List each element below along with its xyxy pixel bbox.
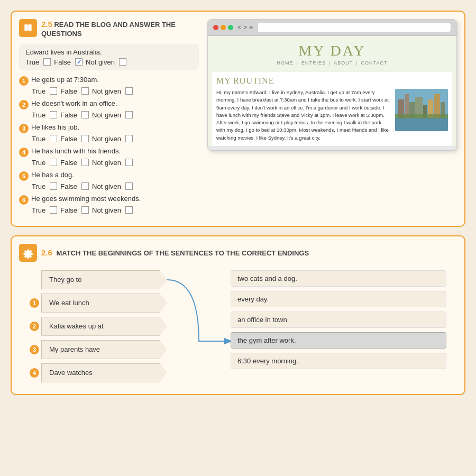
blog-nav-about[interactable]: ABOUT [334,60,353,66]
q2-checkbox-row: True False Not given [19,111,199,119]
matching-columns: They go to 1 We eat lunch 2 Katia wakes … [30,270,446,387]
q5-notgiven-cb[interactable] [125,182,133,190]
q3-checkbox-row: True False Not given [19,135,199,143]
left-item-3: 3 My parents have [30,340,167,359]
q-text-3: He likes his job. [31,123,79,131]
question-item-4: 4 He has lunch with his friends. True Fa… [19,147,199,167]
q6-notgiven-label: Not given [92,206,121,214]
gear-svg [22,247,34,259]
blog-nav-contact[interactable]: CONTACT [361,60,388,66]
browser-toolbar: < > ≡ [208,20,456,36]
question-label-4: 4 He has lunch with his friends. [19,147,199,157]
q1-true-label: True [32,87,45,95]
left-item-4-box: Dave watches [41,363,167,382]
q2-true-cb[interactable] [50,111,57,118]
true-label: True [25,58,39,66]
blog-section-title: MY ROUTINE [216,76,448,86]
q4-false-cb[interactable] [81,159,89,166]
blog-title: MY DAY [213,42,451,59]
q3-false-label: False [60,135,77,143]
q5-notgiven-label: Not given [92,182,121,190]
browser-addressbar[interactable] [257,23,451,32]
q6-true-label: True [32,206,45,214]
browser-mockup: < > ≡ MY DAY HOME | ENTRIES | [207,19,457,151]
q3-notgiven-cb[interactable] [125,135,133,142]
q1-false-label: False [60,87,77,95]
left-item-2-box: Katia wakes up at [41,317,167,336]
q5-true-cb[interactable] [50,182,57,190]
q3-true-label: True [32,135,45,143]
left-item-example: They go to [30,270,167,289]
q3-false-cb[interactable] [81,135,89,142]
q3-notgiven-label: Not given [92,135,121,143]
gear-icon [19,244,37,262]
q5-false-label: False [60,182,77,190]
right-panel-25: < > ≡ MY DAY HOME | ENTRIES | [207,19,457,218]
q-text-4: He has lunch with his friends. [31,147,121,155]
right-item-0: two cats and a dog. [231,270,446,287]
q2-notgiven-label: Not given [92,111,121,119]
browser-dots [213,25,233,30]
right-column: two cats and a dog. every day. an office… [231,270,446,369]
left-item-4: 4 Dave watches [30,363,167,382]
q6-checkbox-row: True False Not given [19,206,199,214]
nav-back[interactable]: < [237,24,241,31]
svg-rect-10 [395,114,448,118]
q-num-2: 2 [19,100,29,109]
q-text-1: He gets up at 7:30am. [31,76,99,84]
q2-notgiven-cb[interactable] [125,111,133,118]
q5-checkbox-row: True False Not given [19,182,199,190]
not-given-checkbox[interactable] [119,58,126,66]
q-num-1: 1 [19,76,29,86]
blog-body: MY ROUTINE Hi, my name's Edward. I live … [212,72,452,146]
nav-forward[interactable]: > [243,24,247,31]
q5-false-cb[interactable] [81,182,89,190]
dot-red[interactable] [213,25,218,30]
q4-false-label: False [60,159,77,167]
q4-true-cb[interactable] [50,159,57,166]
dot-yellow[interactable] [221,25,226,30]
question-label-3: 3 He likes his job. [19,123,199,133]
nav-list[interactable]: ≡ [249,24,253,31]
q-num-4: 4 [19,148,29,157]
q4-true-label: True [32,159,45,167]
not-given-label: Not given [86,58,115,66]
q1-true-cb[interactable] [50,87,57,95]
right-item-3: the gym after work. [231,332,446,349]
false-checkbox[interactable] [75,58,83,66]
question-label-1: 1 He gets up at 7:30am. [19,76,199,86]
false-label: False [54,58,71,66]
browser-nav: < > ≡ [237,24,253,31]
q1-notgiven-cb[interactable] [125,87,133,95]
q4-notgiven-cb[interactable] [125,159,133,166]
question-label-6: 6 He goes swimming most weekends. [19,195,199,205]
true-checkbox[interactable] [43,58,51,66]
q6-notgiven-cb[interactable] [125,206,133,214]
book-svg [23,23,33,33]
blog-nav-home[interactable]: HOME [277,60,294,66]
browser-content: MY DAY HOME | ENTRIES | ABOUT | CONTACT … [208,36,456,146]
q1-notgiven-label: Not given [92,87,121,95]
q2-false-label: False [60,111,77,119]
q5-true-label: True [32,182,45,190]
q-text-6: He goes swimming most weekends. [31,195,141,203]
q-num-6: 6 [19,195,29,205]
left-panel-25: 2.5 READ THE BLOG AND ANSWER THE QUESTIO… [19,19,199,218]
left-column: They go to 1 We eat lunch 2 Katia wakes … [30,270,167,382]
left-num-4: 4 [30,368,39,378]
q2-false-cb[interactable] [81,111,89,118]
q3-true-cb[interactable] [50,135,57,142]
blog-nav-entries[interactable]: ENTRIES [301,60,326,66]
q1-checkbox-row: True False Not given [19,87,199,95]
question-item-1: 1 He gets up at 7:30am. True False Not g… [19,76,199,95]
right-item-4: 6:30 every morning. [231,353,446,369]
q6-false-cb[interactable] [81,206,89,214]
blog-body-text: Hi, my name's Edward. I live in Sydney, … [216,89,391,142]
q6-true-cb[interactable] [50,206,57,214]
question-item-6: 6 He goes swimming most weekends. True F… [19,195,199,214]
left-item-3-box: My parents have [41,340,167,359]
dot-green[interactable] [228,25,233,30]
q1-false-cb[interactable] [81,87,89,95]
svg-rect-1 [395,118,448,131]
section-25: 2.5 READ THE BLOG AND ANSWER THE QUESTIO… [11,11,465,227]
